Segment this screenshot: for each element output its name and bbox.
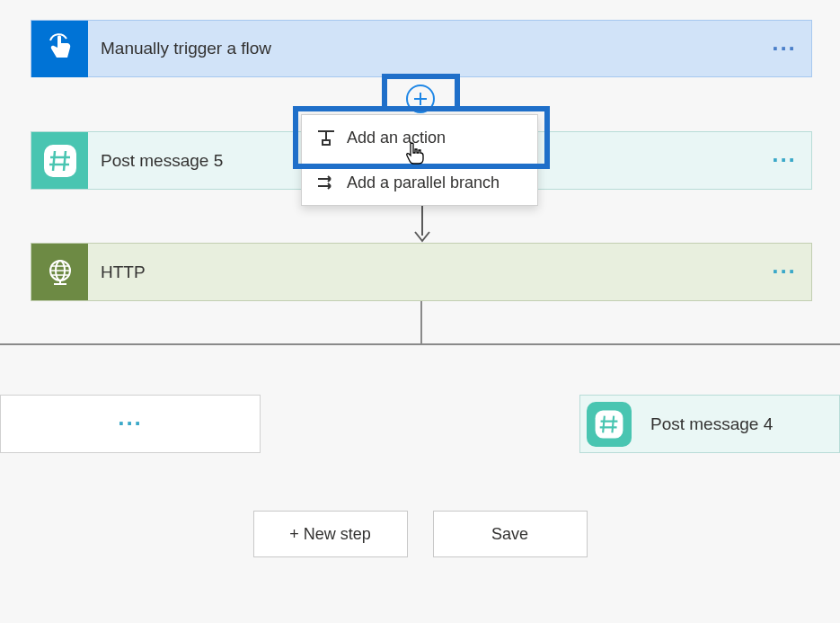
branch-left-more-button[interactable]: ··· bbox=[1, 410, 260, 438]
post-message-4-card[interactable]: Post message 4 bbox=[579, 395, 840, 453]
svg-rect-0 bbox=[44, 145, 76, 177]
post-message-5-more-button[interactable]: ··· bbox=[757, 147, 811, 174]
add-action-label: Add an action bbox=[347, 129, 446, 147]
http-more-button[interactable]: ··· bbox=[757, 258, 811, 286]
post-message-4-title: Post message 4 bbox=[638, 414, 839, 434]
insert-step-menu: Add an action Add a parallel branch bbox=[301, 114, 538, 206]
new-step-label: + New step bbox=[289, 525, 371, 544]
add-action-menu-item[interactable]: Add an action bbox=[302, 115, 537, 160]
parallel-branch-icon bbox=[314, 175, 338, 190]
svg-rect-3 bbox=[596, 410, 623, 438]
new-step-button[interactable]: + New step bbox=[253, 511, 408, 557]
touch-icon bbox=[31, 21, 88, 77]
trigger-card[interactable]: Manually trigger a flow ··· bbox=[31, 20, 812, 77]
svg-rect-4 bbox=[323, 140, 330, 145]
http-card[interactable]: HTTP ··· bbox=[31, 243, 812, 301]
branch-line bbox=[0, 343, 840, 345]
add-action-icon bbox=[314, 129, 338, 146]
insert-step-button[interactable] bbox=[406, 85, 435, 113]
footer-buttons: + New step Save bbox=[0, 511, 840, 557]
save-label: Save bbox=[491, 525, 528, 544]
http-title: HTTP bbox=[88, 263, 757, 282]
connector-arrow-icon bbox=[413, 205, 431, 246]
hash-icon bbox=[31, 132, 88, 189]
add-parallel-branch-menu-item[interactable]: Add a parallel branch bbox=[302, 160, 537, 205]
trigger-more-button[interactable]: ··· bbox=[757, 35, 811, 63]
globe-icon bbox=[31, 244, 88, 300]
connector-line bbox=[420, 301, 422, 343]
add-parallel-branch-label: Add a parallel branch bbox=[347, 174, 500, 192]
branch-left-card[interactable]: ··· bbox=[0, 395, 261, 453]
trigger-title: Manually trigger a flow bbox=[88, 39, 757, 58]
hash-icon bbox=[587, 402, 632, 447]
save-button[interactable]: Save bbox=[433, 511, 588, 557]
